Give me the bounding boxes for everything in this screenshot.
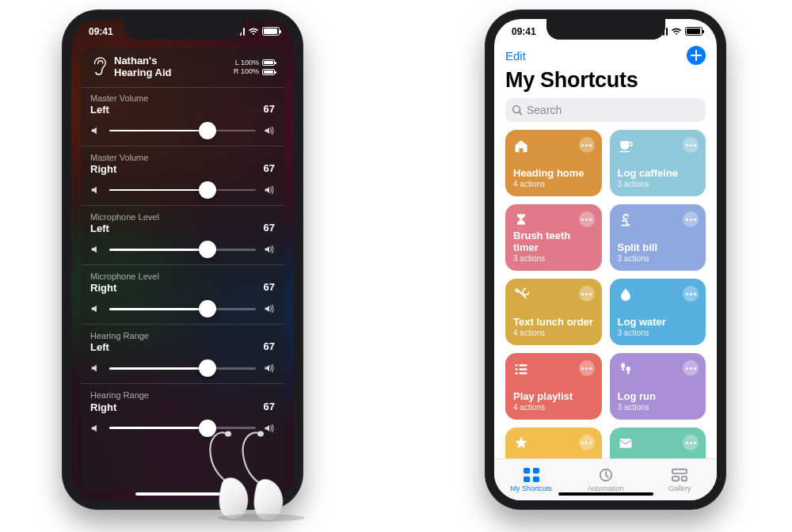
svg-rect-4 bbox=[619, 151, 630, 153]
volume-low-icon bbox=[90, 125, 101, 136]
slider-category: Hearing Range bbox=[90, 390, 275, 400]
tile-more-button[interactable] bbox=[683, 360, 699, 376]
page-title: My Shortcuts bbox=[505, 68, 638, 93]
plus-icon bbox=[691, 50, 702, 61]
tab-gallery[interactable]: Gallery bbox=[642, 459, 717, 500]
slider-category: Master Volume bbox=[90, 153, 275, 162]
shortcut-tile[interactable]: Text lunch order4 actions bbox=[505, 279, 602, 345]
tile-name: Play playlist bbox=[513, 390, 594, 402]
slider[interactable] bbox=[90, 363, 275, 374]
svg-rect-7 bbox=[516, 368, 518, 370]
shortcut-tile[interactable]: Brush teeth timer3 actions bbox=[505, 204, 602, 271]
slider-side: Left bbox=[90, 341, 275, 353]
volume-high-icon bbox=[264, 244, 275, 255]
svg-point-0 bbox=[225, 431, 231, 437]
slider-knob[interactable] bbox=[199, 359, 216, 377]
device-name-line1: Nathan's bbox=[114, 55, 171, 67]
tile-more-button[interactable] bbox=[683, 137, 699, 153]
tile-more-button[interactable] bbox=[579, 360, 595, 376]
search-field[interactable]: Search bbox=[505, 98, 706, 122]
slider-side: Left bbox=[90, 222, 275, 234]
battery-mini-icon bbox=[262, 69, 275, 75]
svg-rect-17 bbox=[533, 468, 539, 473]
shortcuts-grid-icon bbox=[523, 467, 540, 483]
slider-value: 67 bbox=[264, 340, 275, 352]
tile-name: Brush teeth timer bbox=[513, 230, 594, 253]
tile-more-button[interactable] bbox=[579, 435, 595, 450]
slider-category: Microphone Level bbox=[90, 212, 275, 222]
slider-track[interactable] bbox=[109, 367, 256, 370]
svg-point-13 bbox=[626, 367, 630, 372]
slider-knob[interactable] bbox=[199, 241, 216, 258]
slider-value: 67 bbox=[264, 281, 275, 293]
slider-track[interactable] bbox=[109, 130, 256, 132]
slider-knob[interactable] bbox=[199, 300, 216, 317]
ear-icon bbox=[90, 56, 108, 78]
slider[interactable] bbox=[90, 244, 275, 255]
svg-point-1 bbox=[257, 431, 264, 437]
slider[interactable] bbox=[90, 125, 275, 136]
tile-subtitle: 3 actions bbox=[618, 254, 699, 263]
hearing-aid-hardware-image bbox=[200, 428, 318, 522]
slider-side: Right bbox=[90, 282, 275, 294]
tile-more-button[interactable] bbox=[683, 435, 699, 450]
shortcut-tile[interactable]: Split bill3 actions bbox=[610, 204, 706, 271]
slider-value: 67 bbox=[264, 222, 275, 234]
home-indicator[interactable] bbox=[558, 492, 653, 496]
tile-subtitle: 3 actions bbox=[618, 403, 699, 412]
slider-track[interactable] bbox=[109, 249, 256, 251]
tile-name: Log caffeine bbox=[618, 167, 699, 179]
svg-rect-5 bbox=[516, 364, 518, 367]
slider[interactable] bbox=[90, 184, 275, 196]
shortcut-tile[interactable] bbox=[505, 428, 602, 459]
slider-group: Master VolumeLeft67 bbox=[81, 87, 284, 146]
svg-rect-21 bbox=[672, 469, 687, 473]
slider-value: 67 bbox=[264, 162, 275, 174]
device-battery-levels: L 100% R 100% bbox=[234, 59, 275, 77]
tile-name: Log run bbox=[618, 390, 699, 402]
slider-track[interactable] bbox=[109, 308, 256, 310]
slider-category: Microphone Level bbox=[90, 272, 275, 281]
svg-rect-16 bbox=[524, 468, 530, 473]
shortcut-tile[interactable] bbox=[610, 428, 706, 459]
slider-group: Hearing RangeLeft67 bbox=[81, 325, 284, 384]
tile-more-button[interactable] bbox=[683, 211, 699, 227]
svg-point-11 bbox=[621, 363, 625, 369]
slider-knob[interactable] bbox=[199, 181, 216, 199]
tile-subtitle: 3 actions bbox=[513, 254, 594, 263]
slider-track[interactable] bbox=[109, 189, 256, 192]
battery-icon bbox=[685, 27, 703, 36]
shortcut-tile[interactable]: Log caffeine3 actions bbox=[610, 130, 706, 196]
tile-subtitle: 3 actions bbox=[618, 329, 699, 337]
battery-icon bbox=[262, 27, 280, 36]
tile-name: Text lunch order bbox=[513, 316, 594, 328]
volume-low-icon bbox=[90, 423, 101, 434]
slider-category: Hearing Range bbox=[90, 331, 275, 340]
device-name-line2: Hearing Aid bbox=[114, 67, 171, 79]
tile-more-button[interactable] bbox=[579, 286, 595, 302]
shortcut-tile[interactable]: Heading home4 actions bbox=[505, 130, 602, 196]
panel-header[interactable]: Nathan's Hearing Aid L 100% R 100% bbox=[81, 48, 284, 88]
tile-more-button[interactable] bbox=[579, 211, 595, 227]
nav-bar: Edit bbox=[505, 46, 706, 65]
svg-point-14 bbox=[626, 372, 629, 374]
slider-knob[interactable] bbox=[199, 122, 216, 139]
volume-low-icon bbox=[90, 244, 101, 255]
tile-subtitle: 4 actions bbox=[513, 403, 594, 412]
search-icon bbox=[512, 104, 523, 116]
svg-rect-22 bbox=[672, 477, 679, 481]
slider-value: 67 bbox=[264, 401, 275, 412]
edit-button[interactable]: Edit bbox=[505, 49, 526, 63]
tile-subtitle: 3 actions bbox=[618, 180, 699, 188]
slider-side: Right bbox=[90, 401, 275, 413]
tile-more-button[interactable] bbox=[683, 286, 699, 302]
slider-group: Microphone LevelRight67 bbox=[81, 265, 284, 325]
add-button[interactable] bbox=[687, 46, 706, 65]
shortcut-tile[interactable]: Log run3 actions bbox=[610, 353, 706, 420]
shortcut-tile[interactable]: Log water3 actions bbox=[610, 279, 706, 345]
shortcut-tile[interactable]: Play playlist4 actions bbox=[505, 353, 602, 420]
tile-more-button[interactable] bbox=[579, 137, 595, 153]
slider[interactable] bbox=[90, 303, 275, 314]
wifi-icon bbox=[248, 28, 259, 36]
svg-rect-10 bbox=[520, 372, 527, 374]
